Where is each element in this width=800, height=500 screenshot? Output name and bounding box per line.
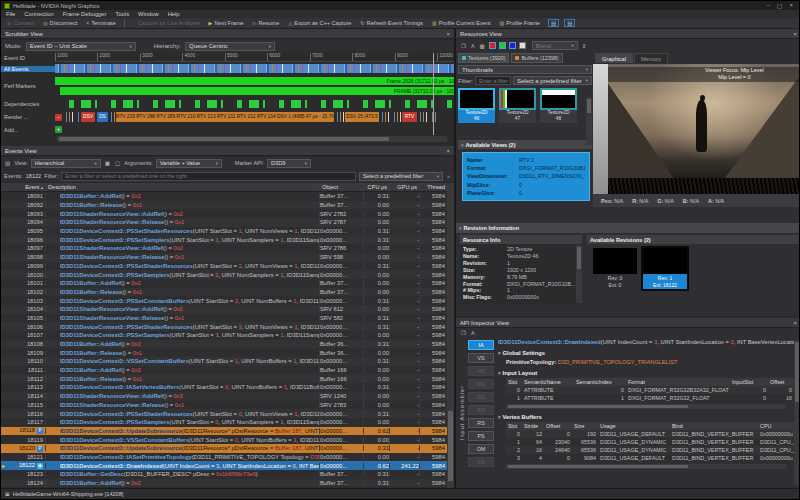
vertex-buffers-header[interactable]: ▾Vertex Buffers [498, 414, 794, 420]
table-row-event-18122[interactable]: ►18122◆ID3D11DeviceContext3::DrawIndexed… [1, 461, 447, 470]
toolbar-profile-frame[interactable]: ▥Profile Frame [497, 19, 543, 27]
menu-tools[interactable]: Tools [116, 11, 130, 17]
save-capture-icon[interactable]: ▤ [548, 19, 559, 27]
table-row-event-18105[interactable]: 18105ID3D11ShaderResourceView::Release()… [1, 314, 447, 323]
toolbar-profile-current-event[interactable]: ▥Profile Current Event [429, 19, 494, 27]
resource-info-vscrollbar[interactable] [576, 245, 582, 303]
table-row-event-18107[interactable]: 18107ID3D11DeviceContext3::PSSetSamplers… [1, 331, 447, 340]
scrubber-cursor[interactable] [433, 53, 434, 135]
table-row[interactable]: 2162464065536D3D11_USAGE_DYNAMICD3D11_BI… [506, 446, 794, 454]
column-semanticname[interactable]: SemanticName [522, 378, 574, 386]
maximize-button[interactable]: ▢ [777, 2, 783, 9]
table-row-event-18094[interactable]: 18094ID3D11ShaderResourceView::Release()… [1, 218, 447, 227]
pipeline-stage-list[interactable]: IAVSHSDSGSSORSPSOMCS [468, 340, 496, 470]
table-row-event-18114[interactable]: 18114ID3D11ShaderResourceView::AddRef() … [1, 392, 447, 401]
predefined-filter-select[interactable]: Select a predefined filter▾ [359, 172, 443, 181]
revision-thumbnail[interactable]: Rev: 0Evt: 0 [593, 248, 637, 289]
apply-filter-icon[interactable]: » [446, 173, 451, 179]
table-row-event-18117[interactable]: 18117ID3D11DeviceContext3::PSSetSamplers… [1, 418, 447, 427]
column-slot[interactable]: Slot [506, 378, 522, 386]
resources-filter-input[interactable]: Enter a filter or se [475, 76, 511, 85]
blue-channel-toggle[interactable] [509, 42, 516, 49]
table-row-event-18104[interactable]: 18104ID3D11ShaderResourceView::AddRef() … [1, 305, 447, 314]
menu-frame-debugger[interactable]: Frame Debugger [63, 11, 107, 17]
table-row-event-18097[interactable]: 18097ID3D11ShaderResourceView::AddRef() … [1, 244, 447, 253]
open-capture-icon[interactable]: ▤ [564, 19, 575, 27]
table-row[interactable]: 0120192D3D11_USAGE_DEFAULTD3D11_BIND_VER… [506, 430, 794, 438]
thumbnail-grid[interactable]: Texture2D46Texture2D47Texture2D48 [458, 88, 592, 136]
table-row-event-18099[interactable]: 18099ID3D11DeviceContext3::PSSetShaderRe… [1, 262, 447, 271]
column-semanticindex[interactable]: SemanticIndex [574, 378, 626, 386]
table-row-event-18118[interactable]: 18118PID3D11DeviceContext3::UpdateSubres… [1, 427, 447, 436]
thumbnail-texture2d-47[interactable]: Texture2D47 [499, 88, 536, 136]
list-icon[interactable]: ▤ [4, 160, 11, 166]
api-inspector-vscrollbar[interactable] [794, 340, 800, 485]
table-row-event-18096[interactable]: 18096ID3D11DeviceContext3::PSSetSamplers… [1, 235, 447, 244]
collapse-all-icon[interactable]: ▢ [114, 160, 121, 166]
column-event[interactable]: Event ▴ [11, 183, 45, 191]
view-mode-select[interactable]: Thumbnails▾ [458, 65, 592, 74]
table-row[interactable]: 1642304065536D3D11_USAGE_DYNAMICD3D11_BI… [506, 438, 794, 446]
table-row-event-18119[interactable]: 18119ID3D11DeviceContext3::VSSetConstant… [1, 435, 447, 444]
close-icon[interactable]: × [794, 320, 797, 326]
render-target-segment[interactable]: RTV [402, 112, 417, 122]
column-offset[interactable]: Offset [768, 378, 794, 386]
table-row-event-18108[interactable]: 18108ID3D11Buffer::AddRef() = 0x2Buffer … [1, 340, 447, 349]
column-thread[interactable]: Thread [419, 183, 447, 191]
column-description[interactable]: Description [45, 183, 319, 191]
stage-button-om[interactable]: OM [468, 444, 494, 454]
arguments-select[interactable]: Variable + Value▾ [156, 159, 222, 168]
copy-icon[interactable]: ❐ [460, 330, 467, 336]
stage-button-vs[interactable]: VS [468, 353, 494, 363]
column-cpu[interactable]: CPU [758, 422, 794, 430]
table-row-event-18112[interactable]: 18112ID3D11Buffer::Release() = 0x1Buffer… [1, 374, 447, 383]
table-row[interactable]: 0ATTRIBUTE0DXGI_FORMAT_R32G32B32A32_FLOA… [506, 386, 794, 394]
column-cpu[interactable]: CPU µs [363, 183, 389, 191]
render-target-segment[interactable]: DS [97, 112, 108, 122]
close-icon[interactable]: × [447, 31, 450, 37]
close-button[interactable]: × [789, 2, 793, 9]
column-usage[interactable]: Usage [598, 422, 670, 430]
render-target-segment[interactable]: DSV 25 (473.5 [345, 112, 379, 122]
menu-help[interactable]: Help [168, 11, 180, 17]
column-format[interactable]: Format [626, 378, 730, 386]
stage-button-ps[interactable]: PS [468, 431, 494, 441]
alpha-channel-toggle[interactable] [519, 42, 526, 49]
tab-graphical[interactable]: Graphical [595, 53, 633, 63]
column-slot[interactable]: Slot [506, 422, 522, 430]
events-table-header[interactable]: Event ▴DescriptionObjectCPU µsGPU µsThre… [1, 183, 447, 192]
add-row-button[interactable]: + [55, 126, 62, 133]
resources-view-header[interactable]: Resources View × [456, 29, 800, 39]
mode-select[interactable]: Event ID – Unit Scale▾ [26, 42, 136, 51]
table-row-event-18100[interactable]: 18100ID3D11DeviceContext3::PSSetSamplers… [1, 270, 447, 279]
pin-icon[interactable]: A [470, 330, 476, 336]
column-offset[interactable]: Offset [544, 422, 572, 430]
table-row[interactable]: 3409084D3D11_USAGE_DEFAULTD3D11_BIND_VER… [506, 454, 794, 462]
input-layout-hscrollbar[interactable] [506, 404, 786, 409]
lock-icon[interactable]: A [470, 43, 476, 49]
view-info-box[interactable]: Name:RTV 2Format:DXGI_FORMAT_R10G10B10A2… [462, 152, 590, 201]
close-icon[interactable]: × [447, 148, 450, 154]
remove-row-button[interactable]: − [55, 114, 62, 121]
vertex-buffers-hscrollbar[interactable] [506, 464, 786, 469]
marker-api-select[interactable]: D3D9▾ [267, 159, 311, 168]
table-row-event-18115[interactable]: 18115ID3D11ShaderResourceView::Release()… [1, 401, 447, 410]
view-select[interactable]: Hierarchical▾ [31, 159, 101, 168]
render-target-segment[interactable]: DSV [81, 112, 95, 122]
tab-buffers[interactable]: Buffers (12398) [511, 53, 562, 63]
toolbar-next-frame[interactable]: ▶Next Frame [206, 19, 247, 27]
table-row-event-18123[interactable]: 18123ID3D11Buffer::GetDesc(D3D11_BUFFER_… [1, 470, 447, 479]
table-row-event-18098[interactable]: 18098ID3D11ShaderResourceView::Release()… [1, 253, 447, 262]
events-table[interactable]: 18091ID3D11Buffer::AddRef() = 0x2Buffer … [1, 192, 447, 488]
menu-connection[interactable]: Connection [24, 11, 53, 17]
table-row-event-18092[interactable]: 18092ID3D11Buffer::Release() = 0x1Buffer… [1, 201, 447, 210]
copy-image-icon[interactable]: ❐ [460, 43, 467, 49]
column-bind[interactable]: Bind [670, 422, 758, 430]
input-layout-table[interactable]: SlotSemanticNameSemanticIndexFormatInput… [506, 378, 794, 402]
events-view-header[interactable]: Events View × [1, 146, 454, 156]
green-channel-toggle[interactable] [499, 42, 506, 49]
column-inputslot[interactable]: InputSlot [730, 378, 768, 386]
table-row-event-18111[interactable]: 18111ID3D11Buffer::AddRef() = 0x2Buffer … [1, 366, 447, 375]
revision-info-header[interactable]: ▾Revision Information [456, 223, 800, 233]
table-row-event-18103[interactable]: 18103ID3D11DeviceContext3::PSSetConstant… [1, 296, 447, 305]
